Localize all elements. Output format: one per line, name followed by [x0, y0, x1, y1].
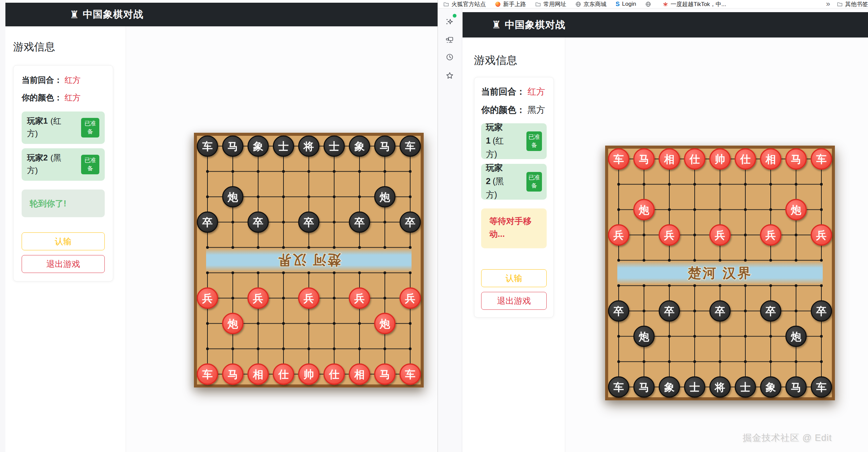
svg-text:楚河 汉界: 楚河 汉界 — [276, 253, 341, 268]
svg-text:相: 相 — [664, 153, 675, 165]
xiangqi-piece[interactable]: 兵 — [248, 288, 268, 308]
xiangqi-piece[interactable]: 卒 — [400, 212, 420, 232]
svg-text:卒: 卒 — [715, 305, 725, 317]
xiangqi-piece[interactable]: 仕 — [324, 364, 344, 384]
xiangqi-piece[interactable]: 马 — [375, 364, 395, 384]
xiangqi-piece[interactable]: 相 — [761, 149, 781, 169]
xiangqi-piece[interactable]: 卒 — [659, 301, 679, 321]
xiangqi-piece[interactable]: 车 — [197, 136, 218, 156]
svg-text:卒: 卒 — [354, 217, 365, 228]
xiangqi-piece[interactable]: 象 — [659, 377, 679, 397]
svg-text:兵: 兵 — [354, 293, 365, 304]
xiangqi-piece[interactable]: 兵 — [659, 225, 679, 245]
xiangqi-piece[interactable]: 兵 — [710, 225, 730, 245]
bookmark-item[interactable] — [645, 1, 653, 7]
xiangqi-piece[interactable]: 炮 — [634, 326, 654, 347]
xiangqi-piece[interactable]: 卒 — [248, 212, 268, 232]
xiangqi-piece[interactable]: 帅 — [299, 364, 319, 384]
xiangqi-piece[interactable]: 帅 — [710, 149, 730, 169]
xiangqi-piece[interactable]: 兵 — [197, 288, 218, 308]
xiangqi-piece[interactable]: 炮 — [223, 313, 243, 334]
xiangqi-piece[interactable]: 马 — [786, 377, 806, 397]
xiangqi-piece[interactable]: 卒 — [811, 301, 832, 321]
xiangqi-piece[interactable]: 将 — [710, 377, 730, 397]
xiangqi-piece[interactable]: 兵 — [761, 225, 781, 245]
xiangqi-piece[interactable]: 马 — [634, 149, 654, 169]
xiangqi-piece[interactable]: 车 — [197, 364, 218, 384]
xiangqi-piece[interactable]: 卒 — [349, 212, 370, 232]
exit-game-button[interactable]: 退出游戏 — [481, 292, 547, 310]
xiangqi-piece[interactable]: 马 — [375, 136, 395, 156]
xiangqi-piece[interactable]: 炮 — [786, 200, 806, 220]
xiangqi-piece[interactable]: 炮 — [375, 187, 395, 207]
xiangqi-piece[interactable]: 象 — [349, 136, 370, 156]
xiangqi-piece[interactable]: 炮 — [634, 200, 654, 220]
xiangqi-piece[interactable]: 马 — [634, 377, 654, 397]
other-bookmarks-folder[interactable]: 其他书签 — [837, 0, 868, 8]
xiangqi-piece[interactable]: 相 — [248, 364, 268, 384]
xiangqi-piece[interactable]: 马 — [223, 364, 243, 384]
xiangqi-piece[interactable]: 象 — [248, 136, 268, 156]
xiangqi-piece[interactable]: 炮 — [375, 313, 395, 334]
star-icon[interactable] — [445, 71, 454, 80]
svg-text:仕: 仕 — [740, 153, 751, 165]
svg-text:将: 将 — [714, 381, 725, 393]
xiangqi-piece[interactable]: 士 — [273, 136, 294, 156]
svg-text:兵: 兵 — [613, 229, 624, 241]
right-app-header: ♜ 中国象棋对战 — [463, 12, 868, 37]
xiangqi-piece[interactable]: 相 — [349, 364, 370, 384]
svg-text:兵: 兵 — [765, 229, 776, 241]
xiangqi-piece[interactable]: 兵 — [811, 225, 832, 245]
svg-text:兵: 兵 — [715, 229, 725, 241]
xiangqi-piece[interactable]: 卒 — [710, 301, 730, 321]
xiangqi-piece[interactable]: 将 — [299, 136, 319, 156]
svg-text:车: 车 — [202, 369, 213, 380]
bookmark-item[interactable]: 京东商城 — [575, 0, 606, 8]
xiangqi-piece[interactable]: 士 — [685, 377, 705, 397]
bookmark-item[interactable]: SLogin — [616, 1, 636, 8]
surrender-button[interactable]: 认输 — [22, 232, 105, 250]
folder-icon — [837, 1, 845, 7]
devices-icon[interactable] — [445, 35, 454, 45]
xiangqi-piece[interactable]: 象 — [761, 377, 781, 397]
xiangqi-piece[interactable]: 士 — [735, 377, 755, 397]
bookmark-item[interactable]: 新手上路 — [495, 0, 526, 8]
surrender-button[interactable]: 认输 — [481, 269, 547, 287]
svg-text:兵: 兵 — [253, 293, 264, 304]
xiangqi-piece[interactable]: 兵 — [349, 288, 370, 308]
xiangqi-piece[interactable]: 相 — [659, 149, 679, 169]
xiangqi-piece[interactable]: 炮 — [223, 187, 243, 207]
bookmarks-overflow-chevron[interactable]: » — [826, 0, 830, 8]
xiangqi-piece[interactable]: 仕 — [273, 364, 294, 384]
exit-game-button[interactable]: 退出游戏 — [22, 255, 105, 273]
bookmark-item[interactable]: 一度超越TikTok，中... — [663, 0, 726, 8]
xiangqi-board-right[interactable]: 楚河 汉界车马相仕帅仕相马车炮炮兵兵兵兵兵卒卒卒卒卒炮炮车马象士将士象马车 — [605, 146, 835, 400]
sparkles-icon[interactable] — [445, 17, 454, 27]
xiangqi-piece[interactable]: 兵 — [400, 288, 420, 308]
xiangqi-piece[interactable]: 车 — [811, 149, 832, 169]
xiangqi-board-left[interactable]: 楚河 汉界车马象士将士象马车炮炮卒卒卒卒卒兵兵兵兵兵炮炮车马相仕帅仕相马车 — [194, 133, 424, 387]
bookmark-item[interactable]: 常用网址 — [535, 0, 566, 8]
left-game-sidebar: 游戏信息 当前回合： 红方 你的颜色： 红方 玩家1(红方) 已准备 玩家2(黑… — [5, 26, 126, 452]
xiangqi-piece[interactable]: 仕 — [735, 149, 755, 169]
xiangqi-piece[interactable]: 兵 — [299, 288, 319, 308]
xiangqi-piece[interactable]: 马 — [223, 136, 243, 156]
bookmark-item[interactable]: 火狐官方站点 — [443, 0, 486, 8]
history-icon[interactable] — [445, 52, 454, 62]
svg-text:车: 车 — [614, 381, 624, 393]
xiangqi-piece[interactable]: 炮 — [786, 326, 806, 347]
xiangqi-piece[interactable]: 卒 — [197, 212, 218, 232]
xiangqi-piece[interactable]: 马 — [786, 149, 806, 169]
xiangqi-piece[interactable]: 车 — [609, 149, 629, 169]
xiangqi-piece[interactable]: 卒 — [299, 212, 319, 232]
xiangqi-piece[interactable]: 车 — [811, 377, 832, 397]
xiangqi-piece[interactable]: 卒 — [609, 301, 629, 321]
sparkles-notification-dot — [453, 14, 456, 18]
xiangqi-piece[interactable]: 车 — [400, 364, 420, 384]
xiangqi-piece[interactable]: 仕 — [685, 149, 705, 169]
xiangqi-piece[interactable]: 士 — [324, 136, 344, 156]
xiangqi-piece[interactable]: 卒 — [761, 301, 781, 321]
xiangqi-piece[interactable]: 车 — [400, 136, 420, 156]
xiangqi-piece[interactable]: 兵 — [609, 225, 629, 245]
xiangqi-piece[interactable]: 车 — [609, 377, 629, 397]
